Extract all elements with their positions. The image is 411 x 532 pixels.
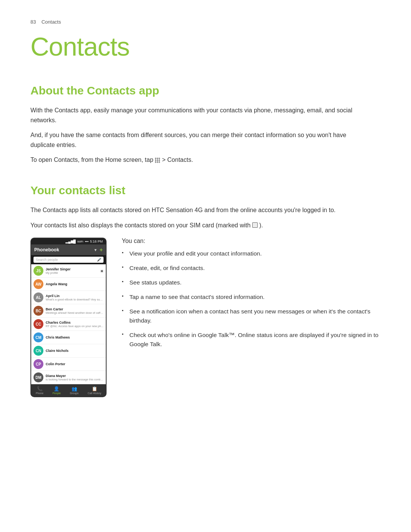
list-item: Tap a name to see that contact's stored … xyxy=(122,292,381,302)
contact-status: My profile xyxy=(46,271,98,275)
contact-list-item: JSJennifer SingerMy profile▣ xyxy=(31,264,106,278)
contacts-list-section: Your contacts list The Contacts app list… xyxy=(30,184,381,397)
contact-info: April LinWhat's a good eBook to download… xyxy=(46,294,104,301)
contact-status: What's a good eBook to download? Any sug… xyxy=(46,298,104,301)
nav-item: 📋Call History xyxy=(88,386,101,395)
contact-list-item: CNClaire Nichols xyxy=(31,344,106,358)
phone-search-bar: Search people 🎤 xyxy=(33,257,104,263)
about-para-3: To open Contacts, from the Home screen, … xyxy=(30,155,358,165)
page-title: Contacts xyxy=(30,32,381,61)
contact-list-item: ALApril LinWhat's a good eBook to downlo… xyxy=(31,291,106,304)
contact-info: Angela Wang xyxy=(46,282,104,286)
contact-list-item: BCBen CarterMeetings ahead! Need another… xyxy=(31,304,106,318)
contact-status: is looking forward to the message this c… xyxy=(46,378,104,381)
contact-list-item: AWAngela Wang xyxy=(31,278,106,291)
you-can-label: You can: xyxy=(122,238,381,244)
nav-label: Phone xyxy=(36,392,43,395)
list-item: View your profile and edit your contact … xyxy=(122,249,381,258)
sim-icon: ▣ xyxy=(100,269,104,273)
contact-name: Diana Mayer xyxy=(46,374,104,378)
contact-list-item: CCCharles CollinsRT @htc: Access fave ap… xyxy=(31,318,106,331)
contact-name: Angela Wang xyxy=(46,282,104,286)
contact-info: Ben CarterMeetings ahead! Need another d… xyxy=(46,307,104,315)
dropdown-icon: ▼ xyxy=(94,248,97,252)
contact-status: Meetings ahead! Need another dose of caf… xyxy=(46,311,104,315)
about-section: About the Contacts app With the Contacts… xyxy=(30,84,381,165)
search-placeholder: Search people xyxy=(36,258,96,262)
phone-header-icons: ▼ + xyxy=(94,247,103,253)
signal-icon: ▂▄▆█ xyxy=(65,240,76,243)
contact-avatar: CN xyxy=(33,346,43,356)
list-item: See status updates. xyxy=(122,278,381,287)
contact-list-item: DMDiana Mayeris looking forward to the m… xyxy=(31,371,106,384)
contact-avatar: CM xyxy=(33,332,43,342)
mic-icon: 🎤 xyxy=(97,258,101,262)
nav-label: People xyxy=(53,392,61,395)
nav-icon: 👤 xyxy=(54,386,59,391)
contacts-list-para-2: Your contacts list also displays the con… xyxy=(30,220,358,230)
contact-list: JSJennifer SingerMy profile▣AWAngela Wan… xyxy=(31,264,106,384)
list-item: Create, edit, or find contacts. xyxy=(122,264,381,273)
about-para-1: With the Contacts app, easily manage you… xyxy=(30,105,358,125)
bullet-list: View your profile and edit your contact … xyxy=(122,249,381,349)
contact-avatar: AL xyxy=(33,292,43,302)
grid-icon xyxy=(155,158,160,163)
phone-header: Phonebook ▼ + xyxy=(31,244,106,255)
nav-icon: 👥 xyxy=(72,386,77,391)
add-icon: + xyxy=(100,247,103,253)
about-para-2: And, if you have the same contacts from … xyxy=(30,130,358,150)
nav-label: Groups xyxy=(70,392,79,395)
nav-label: Call History xyxy=(88,392,101,395)
contact-info: Jennifer SingerMy profile xyxy=(46,267,98,275)
contact-avatar: CP xyxy=(33,359,43,369)
contact-info: Colin Porter xyxy=(46,362,104,366)
contact-info: Charles CollinsRT @htc: Access fave apps… xyxy=(46,321,104,328)
chapter-name: Contacts xyxy=(41,19,61,25)
page-number: 83 xyxy=(30,19,36,25)
contacts-list-title: Your contacts list xyxy=(30,184,381,197)
phone-mockup: ▂▄▆█ WiFi ▪▪▪ 5:16 PM Phonebook ▼ + Sear… xyxy=(30,238,107,397)
list-item: See a notification icon when a contact h… xyxy=(122,307,381,325)
contact-name: Jennifer Singer xyxy=(46,267,98,271)
right-column: You can: View your profile and edit your… xyxy=(122,238,381,354)
contact-avatar: JS xyxy=(33,266,43,276)
battery-icon: ▪▪▪ xyxy=(85,240,89,243)
contact-info: Claire Nichols xyxy=(46,349,104,353)
phone-bottom-nav: 📞Phone👤People👥Groups📋Call History xyxy=(31,384,106,396)
contact-name: Ben Carter xyxy=(46,307,104,311)
nav-item: 👤People xyxy=(53,386,61,395)
breadcrumb: 83 Contacts xyxy=(30,19,381,25)
contact-info: Diana Mayeris looking forward to the mes… xyxy=(46,374,104,381)
contact-status: RT @htc: Access fave apps on your new ph… xyxy=(46,324,104,328)
contact-avatar: AW xyxy=(33,279,43,289)
contact-info: Chris Mathews xyxy=(46,335,104,339)
contact-list-item: CMChris Mathews xyxy=(31,331,106,344)
contact-name: Chris Mathews xyxy=(46,335,104,339)
contact-name: Colin Porter xyxy=(46,362,104,366)
phone-status-bar: ▂▄▆█ WiFi ▪▪▪ 5:16 PM xyxy=(31,238,106,244)
contact-name: Claire Nichols xyxy=(46,349,104,353)
two-column-layout: ▂▄▆█ WiFi ▪▪▪ 5:16 PM Phonebook ▼ + Sear… xyxy=(30,238,381,397)
contacts-list-para-1: The Contacts app lists all contacts stor… xyxy=(30,205,358,215)
nav-item: 👥Groups xyxy=(70,386,79,395)
nav-item: 📞Phone xyxy=(36,386,43,395)
nav-icon: 📋 xyxy=(92,386,97,391)
about-section-title: About the Contacts app xyxy=(30,84,381,97)
wifi-icon: WiFi xyxy=(77,240,83,243)
contact-avatar: DM xyxy=(33,372,43,382)
nav-icon: 📞 xyxy=(37,386,43,391)
sim-card-icon xyxy=(252,222,258,228)
contact-avatar: BC xyxy=(33,306,43,316)
phonebook-title: Phonebook xyxy=(34,247,59,252)
contact-name: April Lin xyxy=(46,294,104,298)
contact-avatar: CC xyxy=(33,319,43,329)
contact-name: Charles Collins xyxy=(46,321,104,324)
contact-list-item: CPColin Porter xyxy=(31,358,106,371)
list-item: Check out who's online in Google Talk™. … xyxy=(122,331,381,349)
status-time: 5:16 PM xyxy=(90,240,103,243)
